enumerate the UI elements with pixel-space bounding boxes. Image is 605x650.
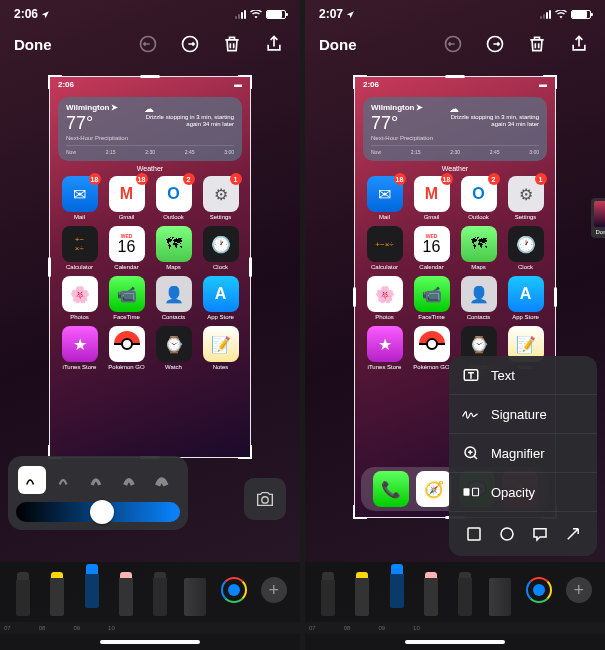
app-grid: ✉18Mail M18Gmail O2Outlook ⚙1Settings +−… [50, 176, 250, 370]
marker-tool[interactable] [352, 572, 372, 616]
svg-rect-7 [464, 488, 470, 496]
weather-widget: Wilmington➤ 77° ☁ Drizzle stopping in 3 … [58, 97, 242, 161]
crop-frame[interactable]: 2:06 ▬ Wilmington➤ 77° ☁ Drizzle stoppin… [49, 76, 251, 458]
left-panel: 2:06 Done 2:06 ▬ [0, 0, 300, 650]
maps-app-icon: 🗺 [156, 226, 192, 262]
eraser-tool[interactable] [116, 572, 136, 616]
menu-signature[interactable]: Signature [449, 395, 597, 434]
itunes-app-icon: ★ [62, 326, 98, 362]
brush-style-popover [8, 456, 188, 530]
opacity-slider[interactable] [16, 502, 180, 522]
clock-app-icon: 🕐 [508, 226, 544, 262]
settings-app-icon: ⚙1 [203, 176, 239, 212]
appstore-app-icon: A [203, 276, 239, 312]
calendar-app-icon: WED16 [414, 226, 450, 262]
lasso-tool[interactable] [150, 572, 170, 616]
shapes-menu: Text Signature Magnifier Opacity [449, 356, 597, 556]
done-button[interactable]: Done [14, 36, 52, 53]
contacts-app-icon: 👤 [156, 276, 192, 312]
screenshot-content: 2:06 ▬ Wilmington➤ 77° ☁ Drizzle stoppin… [50, 77, 250, 457]
svg-point-10 [501, 528, 513, 540]
secondary-thumbnail[interactable]: Don [591, 198, 605, 238]
square-shape-button[interactable] [462, 522, 486, 546]
phone-app-icon: 📞 [373, 471, 409, 507]
redo-button[interactable] [483, 32, 507, 56]
menu-text[interactable]: Text [449, 356, 597, 395]
undo-button[interactable] [136, 32, 160, 56]
appstore-app-icon: A [508, 276, 544, 312]
photos-app-icon: 🌸 [62, 276, 98, 312]
facetime-app-icon: 📹 [414, 276, 450, 312]
eraser-tool[interactable] [421, 572, 441, 616]
speech-bubble-shape-button[interactable] [528, 522, 552, 546]
markup-toolbar: Done [0, 24, 300, 68]
cloud-icon: ☁ [144, 103, 234, 114]
status-bar: 2:06 [0, 0, 300, 24]
clock-app-icon: 🕐 [203, 226, 239, 262]
delete-button[interactable] [220, 32, 244, 56]
cloud-icon: ☁ [449, 103, 539, 114]
camera-button[interactable] [244, 478, 286, 520]
color-picker-button[interactable] [526, 577, 552, 603]
slider-thumb[interactable] [90, 500, 114, 524]
weather-widget: Wilmington➤ 77° ☁ Drizzle stopping in 3 … [363, 97, 547, 161]
markup-toolbar: Done [305, 24, 605, 68]
add-shape-button[interactable]: + [261, 577, 287, 603]
share-button[interactable] [262, 32, 286, 56]
battery-icon [571, 10, 591, 19]
svg-rect-8 [473, 488, 479, 496]
weather-timeline: Now 2:15 2:30 2:45 3:00 [371, 145, 539, 155]
calendar-app-icon: WED16 [109, 226, 145, 262]
redo-button[interactable] [178, 32, 202, 56]
arrow-shape-button[interactable] [561, 522, 585, 546]
done-button[interactable]: Done [319, 36, 357, 53]
circle-shape-button[interactable] [495, 522, 519, 546]
weather-timeline: Now 2:15 2:30 2:45 3:00 [66, 145, 234, 155]
brush-style-1[interactable] [18, 466, 46, 494]
color-picker-button[interactable] [221, 577, 247, 603]
tool-palette: + 07080910 [305, 562, 605, 650]
location-arrow-icon: ➤ [416, 103, 423, 112]
pokemon-app-icon [109, 326, 145, 362]
home-indicator[interactable] [405, 640, 505, 644]
delete-button[interactable] [525, 32, 549, 56]
lasso-tool[interactable] [455, 572, 475, 616]
home-indicator[interactable] [100, 640, 200, 644]
brush-style-2[interactable] [51, 466, 79, 494]
pokemon-app-icon [414, 326, 450, 362]
battery-icon [266, 10, 286, 19]
pencil-tool[interactable] [82, 564, 102, 608]
pen-tool[interactable] [13, 572, 33, 616]
contacts-app-icon: 👤 [461, 276, 497, 312]
wifi-icon [555, 10, 567, 19]
location-icon [346, 10, 355, 19]
itunes-app-icon: ★ [367, 326, 403, 362]
tool-palette: + 07080910 [0, 562, 300, 650]
pen-tool[interactable] [318, 572, 338, 616]
calculator-app-icon: +−×÷ [367, 226, 403, 262]
text-icon [461, 365, 481, 385]
status-bar: 2:07 [305, 0, 605, 24]
location-arrow-icon: ➤ [111, 103, 118, 112]
magnifier-icon [461, 443, 481, 463]
watch-app-icon: ⌚ [156, 326, 192, 362]
add-shape-button[interactable]: + [566, 577, 592, 603]
safari-app-icon: 🧭 [416, 471, 452, 507]
ruler-tool[interactable] [184, 578, 206, 616]
ss-indicators: ▬ [234, 80, 242, 89]
undo-button[interactable] [441, 32, 465, 56]
ruler-tool[interactable] [489, 578, 511, 616]
status-time: 2:06 [14, 7, 38, 21]
mail-app-icon: ✉18 [62, 176, 98, 212]
status-time: 2:07 [319, 7, 343, 21]
svg-rect-9 [468, 528, 480, 540]
share-button[interactable] [567, 32, 591, 56]
right-panel: 2:07 Done Don [305, 0, 605, 650]
brush-style-5[interactable] [150, 466, 178, 494]
menu-opacity[interactable]: Opacity [449, 473, 597, 512]
pencil-tool[interactable] [387, 564, 407, 608]
brush-style-4[interactable] [117, 466, 145, 494]
brush-style-3[interactable] [84, 466, 112, 494]
marker-tool[interactable] [47, 572, 67, 616]
menu-magnifier[interactable]: Magnifier [449, 434, 597, 473]
